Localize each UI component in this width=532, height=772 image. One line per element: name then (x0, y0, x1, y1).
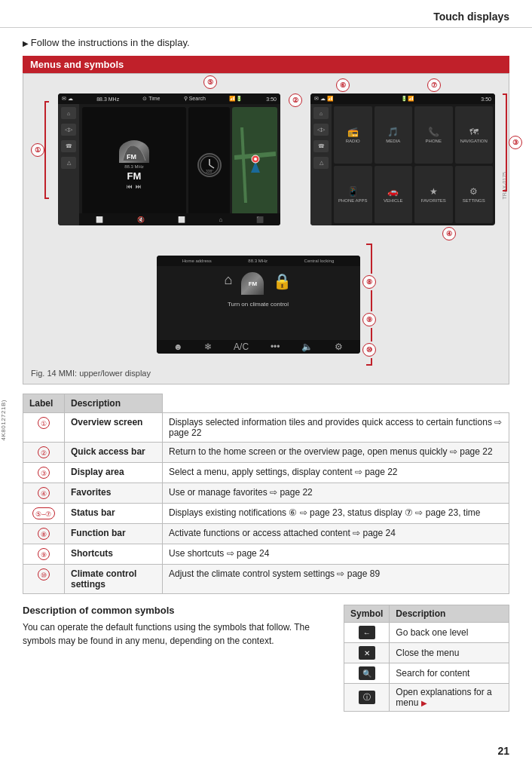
svg-text:FM: FM (127, 153, 136, 161)
table-row-label: Quick access bar (65, 443, 163, 463)
shortcut-label-2: 88.3 MHz (248, 259, 268, 263)
symbols-left: Description of common symbols You can op… (23, 605, 329, 712)
table-row-description: Displays selected information tiles and … (163, 413, 509, 443)
topbar-freq: 88.3 MHz (96, 96, 119, 102)
svg-point-10 (254, 158, 257, 161)
right-screen-grid: 📻 RADIO 🎵 MEDIA 📞 PHONE (332, 104, 495, 225)
lower-bottombar: ☻ ❄ A/C ••• 🔈 ⚙ (157, 340, 360, 354)
figure-container: ⑤ ⑥ ⑦ ① (31, 81, 501, 366)
symbols-body: You can operate the default functions us… (23, 620, 329, 648)
table-header-label: Label (23, 394, 65, 413)
shortcut-lock: 🔒 (273, 272, 292, 295)
right-screen-topbar: ✉ ☁ 📶 🔋📶 3:50 (310, 93, 495, 104)
fm-prev: ⏮ (127, 183, 133, 190)
symbol-description: Search for content (390, 663, 509, 684)
bottom-icon-3: A/C (234, 342, 249, 352)
symbol-col-symbol: Symbol (344, 605, 390, 623)
house-icon: ⌂ (225, 272, 233, 288)
phone-apps-icon: 📱 (347, 186, 359, 197)
table-header-description: Description (65, 394, 163, 413)
symbols-right: Symbol Description ←Go back one level✕Cl… (344, 605, 509, 712)
clock-tile: 338° (188, 107, 230, 222)
table-row-description: Use or manage favorites ⇨ page 22 (163, 483, 509, 504)
symbol-icon: ← (359, 626, 375, 639)
symbol-col-desc: Description (390, 605, 509, 623)
mmi-lower-screen: Home address 88.3 MHz Central locking ⌂ … (157, 256, 360, 354)
topbar-search: ⚲ Search (184, 96, 206, 102)
table-row-description: Return to the home screen or the overvie… (163, 443, 509, 463)
page-number: 21 (497, 745, 509, 757)
callout-7: ⑦ (427, 78, 441, 92)
table-row-label: Display area (65, 463, 163, 483)
climate-text: Turn on climate control (157, 301, 360, 308)
table-row-description: Activate functions or access attached co… (163, 524, 509, 544)
right-screen-sidebar: ⌂ ◁▷ ☎ △ (310, 104, 332, 225)
side-margin-text: 4K8012721B) (0, 400, 7, 440)
sidebar-radio: ◁▷ (61, 124, 76, 136)
page-header: Touch displays (0, 0, 532, 28)
media-label: MEDIA (386, 139, 400, 143)
bottom-icon-4: ••• (271, 342, 280, 352)
left-screen-body: ⌂ ◁▷ ☎ △ FM (58, 104, 280, 225)
symbol-icon-cell: ⓘ (344, 684, 390, 712)
table-row-description: Displays existing notifications ⑥ ⇨ page… (163, 504, 509, 524)
right-sidebar-nav: △ (313, 157, 329, 169)
bottom-icon-6: ⚙ (335, 342, 343, 352)
grid-vehicle: 🚗 VEHICLE (375, 166, 413, 223)
right-topbar-icons: ✉ ☁ 📶 (314, 96, 334, 102)
radio-label: RADIO (346, 139, 360, 143)
lower-shortcuts: ⌂ FM 🔒 (157, 266, 360, 295)
table-row-description: Select a menu, apply settings, display c… (163, 463, 509, 483)
figure-box: TRAX-0175 ⑤ ⑥ ⑦ ① (23, 73, 509, 384)
grid-phone: 📞 PHONE (414, 106, 453, 164)
lock-icon: 🔒 (273, 272, 292, 290)
lower-screen-container: Home address 88.3 MHz Central locking ⌂ … (157, 256, 360, 354)
table-row-label: Status bar (65, 504, 163, 524)
table-row-number: ② (23, 443, 65, 463)
phone-icon: 📞 (428, 127, 439, 137)
navigation-label: NAVIGATION (460, 139, 488, 143)
table-row-description: Adjust the climate control system settin… (163, 565, 509, 594)
bottom-icon-5: 🔈 (301, 342, 313, 352)
table-row-label: Favorites (65, 483, 163, 504)
callout-1: ① (31, 143, 44, 157)
right-topbar-time: 3:50 (481, 96, 491, 102)
mmi-left-screen: ✉ ☁ 88.3 MHz ⊙ Time ⚲ Search 📶🔋 3:50 ⌂ ◁… (58, 93, 280, 225)
topbar-status-icons: 📶🔋 (229, 96, 243, 102)
symbol-icon-cell: ✕ (344, 643, 390, 663)
right-callouts-lower: ⑧ ⑨ ⑩ (366, 244, 376, 366)
table-row-label: Shortcuts (65, 544, 163, 565)
left-screen-sidebar: ⌂ ◁▷ ☎ △ (58, 104, 79, 225)
bottom-icon-2: ❄ (204, 342, 212, 352)
settings-icon: ⚙ (469, 186, 478, 197)
symbol-icon: 🔍 (359, 666, 375, 680)
callout-6: ⑥ (336, 78, 350, 92)
left-screen-bottombar: ⬜🔇⬜⌂⬛ (79, 213, 280, 225)
svg-text:338°: 338° (206, 169, 213, 173)
shortcut-home: ⌂ (225, 272, 233, 295)
right-sidebar-home: ⌂ (313, 107, 329, 119)
media-icon: 🎵 (387, 127, 399, 137)
table-row-description: Use shortcuts ⇨ page 24 (163, 544, 509, 565)
symbol-description: Open explanations for a menu ▶ (390, 684, 509, 712)
sidebar-home: ⌂ (61, 107, 76, 119)
fm-next: ⏭ (136, 183, 142, 190)
shortcut-label-3: Central locking (304, 259, 335, 263)
callout-10: ⑩ (362, 343, 376, 357)
sidebar-nav: △ (61, 157, 76, 169)
symbol-icon: ✕ (359, 646, 375, 660)
callout-3: ③ (509, 136, 522, 149)
shortcut-label-1: Home address (182, 259, 212, 263)
table-row-number: ③ (23, 463, 65, 483)
symbols-section: Description of common symbols You can op… (23, 605, 509, 727)
svg-line-3 (209, 165, 214, 168)
grid-phone-apps: 📱 PHONE APPS (334, 166, 372, 223)
follow-text: Follow the instructions in the display. (23, 28, 509, 56)
radio-icon: 📻 (347, 127, 359, 137)
grid-navigation: 🗺 NAVIGATION (455, 106, 494, 164)
lower-row: Home address 88.3 MHz Central locking ⌂ … (31, 244, 501, 366)
fm-wave: FM (119, 140, 149, 163)
right-screen-body: ⌂ ◁▷ ☎ △ 📻 RADIO 🎵 (310, 104, 495, 225)
symbol-icon-cell: ← (344, 623, 390, 643)
table-row-number: ① (23, 413, 65, 443)
